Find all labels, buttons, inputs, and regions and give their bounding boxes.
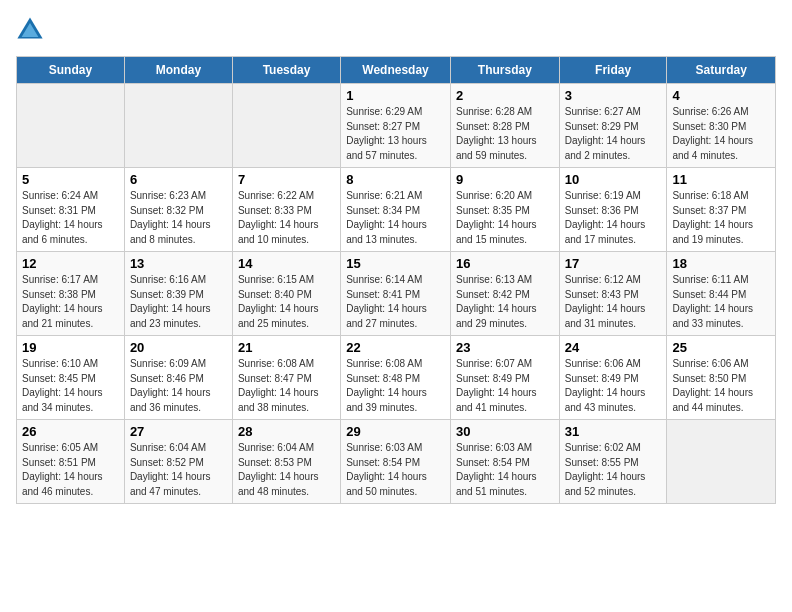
day-cell (667, 420, 776, 504)
day-number: 15 (346, 256, 445, 271)
day-cell: 23Sunrise: 6:07 AM Sunset: 8:49 PM Dayli… (450, 336, 559, 420)
day-info: Sunrise: 6:17 AM Sunset: 8:38 PM Dayligh… (22, 273, 119, 331)
day-cell: 10Sunrise: 6:19 AM Sunset: 8:36 PM Dayli… (559, 168, 667, 252)
day-cell: 16Sunrise: 6:13 AM Sunset: 8:42 PM Dayli… (450, 252, 559, 336)
day-number: 6 (130, 172, 227, 187)
day-info: Sunrise: 6:23 AM Sunset: 8:32 PM Dayligh… (130, 189, 227, 247)
day-cell: 8Sunrise: 6:21 AM Sunset: 8:34 PM Daylig… (341, 168, 451, 252)
day-header-tuesday: Tuesday (232, 57, 340, 84)
day-info: Sunrise: 6:06 AM Sunset: 8:50 PM Dayligh… (672, 357, 770, 415)
day-info: Sunrise: 6:13 AM Sunset: 8:42 PM Dayligh… (456, 273, 554, 331)
day-header-saturday: Saturday (667, 57, 776, 84)
day-cell: 2Sunrise: 6:28 AM Sunset: 8:28 PM Daylig… (450, 84, 559, 168)
day-number: 29 (346, 424, 445, 439)
day-cell (232, 84, 340, 168)
week-row-3: 12Sunrise: 6:17 AM Sunset: 8:38 PM Dayli… (17, 252, 776, 336)
day-info: Sunrise: 6:27 AM Sunset: 8:29 PM Dayligh… (565, 105, 662, 163)
calendar-table: SundayMondayTuesdayWednesdayThursdayFrid… (16, 56, 776, 504)
day-cell (124, 84, 232, 168)
day-info: Sunrise: 6:21 AM Sunset: 8:34 PM Dayligh… (346, 189, 445, 247)
day-number: 1 (346, 88, 445, 103)
day-cell: 22Sunrise: 6:08 AM Sunset: 8:48 PM Dayli… (341, 336, 451, 420)
day-number: 27 (130, 424, 227, 439)
week-row-1: 1Sunrise: 6:29 AM Sunset: 8:27 PM Daylig… (17, 84, 776, 168)
day-cell: 13Sunrise: 6:16 AM Sunset: 8:39 PM Dayli… (124, 252, 232, 336)
day-number: 17 (565, 256, 662, 271)
day-cell: 21Sunrise: 6:08 AM Sunset: 8:47 PM Dayli… (232, 336, 340, 420)
day-info: Sunrise: 6:12 AM Sunset: 8:43 PM Dayligh… (565, 273, 662, 331)
day-cell: 11Sunrise: 6:18 AM Sunset: 8:37 PM Dayli… (667, 168, 776, 252)
day-info: Sunrise: 6:07 AM Sunset: 8:49 PM Dayligh… (456, 357, 554, 415)
day-number: 19 (22, 340, 119, 355)
day-cell: 5Sunrise: 6:24 AM Sunset: 8:31 PM Daylig… (17, 168, 125, 252)
day-cell: 27Sunrise: 6:04 AM Sunset: 8:52 PM Dayli… (124, 420, 232, 504)
day-cell: 28Sunrise: 6:04 AM Sunset: 8:53 PM Dayli… (232, 420, 340, 504)
day-number: 12 (22, 256, 119, 271)
day-number: 4 (672, 88, 770, 103)
day-cell: 18Sunrise: 6:11 AM Sunset: 8:44 PM Dayli… (667, 252, 776, 336)
day-cell: 6Sunrise: 6:23 AM Sunset: 8:32 PM Daylig… (124, 168, 232, 252)
day-info: Sunrise: 6:04 AM Sunset: 8:52 PM Dayligh… (130, 441, 227, 499)
day-info: Sunrise: 6:26 AM Sunset: 8:30 PM Dayligh… (672, 105, 770, 163)
day-info: Sunrise: 6:24 AM Sunset: 8:31 PM Dayligh… (22, 189, 119, 247)
day-number: 21 (238, 340, 335, 355)
day-info: Sunrise: 6:04 AM Sunset: 8:53 PM Dayligh… (238, 441, 335, 499)
day-cell: 20Sunrise: 6:09 AM Sunset: 8:46 PM Dayli… (124, 336, 232, 420)
day-info: Sunrise: 6:14 AM Sunset: 8:41 PM Dayligh… (346, 273, 445, 331)
day-number: 5 (22, 172, 119, 187)
day-number: 30 (456, 424, 554, 439)
day-number: 7 (238, 172, 335, 187)
week-row-2: 5Sunrise: 6:24 AM Sunset: 8:31 PM Daylig… (17, 168, 776, 252)
logo-icon (16, 16, 44, 44)
day-info: Sunrise: 6:16 AM Sunset: 8:39 PM Dayligh… (130, 273, 227, 331)
day-cell: 30Sunrise: 6:03 AM Sunset: 8:54 PM Dayli… (450, 420, 559, 504)
day-header-thursday: Thursday (450, 57, 559, 84)
day-header-friday: Friday (559, 57, 667, 84)
day-info: Sunrise: 6:05 AM Sunset: 8:51 PM Dayligh… (22, 441, 119, 499)
week-row-5: 26Sunrise: 6:05 AM Sunset: 8:51 PM Dayli… (17, 420, 776, 504)
day-cell: 12Sunrise: 6:17 AM Sunset: 8:38 PM Dayli… (17, 252, 125, 336)
logo (16, 16, 48, 44)
day-number: 18 (672, 256, 770, 271)
day-cell (17, 84, 125, 168)
day-info: Sunrise: 6:22 AM Sunset: 8:33 PM Dayligh… (238, 189, 335, 247)
day-number: 11 (672, 172, 770, 187)
day-info: Sunrise: 6:03 AM Sunset: 8:54 PM Dayligh… (346, 441, 445, 499)
day-info: Sunrise: 6:08 AM Sunset: 8:48 PM Dayligh… (346, 357, 445, 415)
day-number: 8 (346, 172, 445, 187)
day-cell: 24Sunrise: 6:06 AM Sunset: 8:49 PM Dayli… (559, 336, 667, 420)
day-number: 14 (238, 256, 335, 271)
day-info: Sunrise: 6:02 AM Sunset: 8:55 PM Dayligh… (565, 441, 662, 499)
day-number: 22 (346, 340, 445, 355)
day-info: Sunrise: 6:29 AM Sunset: 8:27 PM Dayligh… (346, 105, 445, 163)
header (16, 16, 776, 44)
day-number: 3 (565, 88, 662, 103)
day-cell: 25Sunrise: 6:06 AM Sunset: 8:50 PM Dayli… (667, 336, 776, 420)
day-cell: 7Sunrise: 6:22 AM Sunset: 8:33 PM Daylig… (232, 168, 340, 252)
day-cell: 15Sunrise: 6:14 AM Sunset: 8:41 PM Dayli… (341, 252, 451, 336)
day-number: 16 (456, 256, 554, 271)
week-row-4: 19Sunrise: 6:10 AM Sunset: 8:45 PM Dayli… (17, 336, 776, 420)
day-number: 25 (672, 340, 770, 355)
day-number: 26 (22, 424, 119, 439)
day-info: Sunrise: 6:09 AM Sunset: 8:46 PM Dayligh… (130, 357, 227, 415)
day-cell: 1Sunrise: 6:29 AM Sunset: 8:27 PM Daylig… (341, 84, 451, 168)
day-cell: 9Sunrise: 6:20 AM Sunset: 8:35 PM Daylig… (450, 168, 559, 252)
day-cell: 26Sunrise: 6:05 AM Sunset: 8:51 PM Dayli… (17, 420, 125, 504)
day-info: Sunrise: 6:20 AM Sunset: 8:35 PM Dayligh… (456, 189, 554, 247)
day-info: Sunrise: 6:08 AM Sunset: 8:47 PM Dayligh… (238, 357, 335, 415)
day-number: 24 (565, 340, 662, 355)
day-number: 9 (456, 172, 554, 187)
day-header-sunday: Sunday (17, 57, 125, 84)
day-info: Sunrise: 6:15 AM Sunset: 8:40 PM Dayligh… (238, 273, 335, 331)
day-number: 28 (238, 424, 335, 439)
day-cell: 17Sunrise: 6:12 AM Sunset: 8:43 PM Dayli… (559, 252, 667, 336)
header-row: SundayMondayTuesdayWednesdayThursdayFrid… (17, 57, 776, 84)
day-cell: 4Sunrise: 6:26 AM Sunset: 8:30 PM Daylig… (667, 84, 776, 168)
day-header-wednesday: Wednesday (341, 57, 451, 84)
day-info: Sunrise: 6:18 AM Sunset: 8:37 PM Dayligh… (672, 189, 770, 247)
day-info: Sunrise: 6:28 AM Sunset: 8:28 PM Dayligh… (456, 105, 554, 163)
day-info: Sunrise: 6:11 AM Sunset: 8:44 PM Dayligh… (672, 273, 770, 331)
day-header-monday: Monday (124, 57, 232, 84)
day-number: 20 (130, 340, 227, 355)
